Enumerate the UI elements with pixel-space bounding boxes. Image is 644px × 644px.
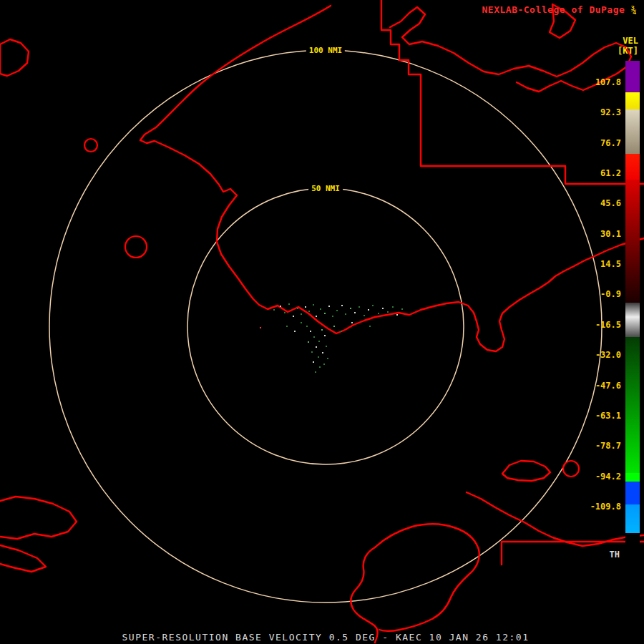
radar-echo [313, 361, 314, 363]
map-outline [502, 461, 550, 481]
radar-echo [345, 313, 346, 315]
radar-echo [319, 366, 321, 368]
radar-echo [318, 356, 319, 358]
map-outline [140, 6, 644, 351]
radar-display: NEXLAB-College of DuPage ¾ VEL [KT] 107.… [0, 0, 644, 644]
radar-echo [332, 316, 333, 317]
radar-echo [358, 306, 360, 308]
radar-echo [315, 371, 316, 373]
range-ring-label: 50 NMI [308, 184, 343, 193]
radar-echo [311, 351, 313, 353]
map-outline [381, 0, 644, 184]
map-outline [502, 542, 644, 565]
radar-echo [321, 329, 323, 331]
radar-echo [284, 312, 286, 313]
radar-echo [401, 308, 403, 310]
radar-echo [392, 306, 394, 308]
radar-echo [310, 331, 311, 332]
colorbar-segment [625, 482, 640, 504]
site-title-text: NEXLAB-College of DuPage [482, 4, 625, 15]
radar-echo [364, 315, 365, 316]
radar-echo [350, 308, 351, 309]
colorbar-segment [625, 180, 640, 303]
radar-echo [316, 316, 317, 317]
radar-echo [316, 346, 317, 348]
radar-echo [327, 358, 328, 359]
map-outline [0, 497, 77, 539]
colorbar-tick: -16.5 [595, 320, 621, 330]
radar-echo [293, 316, 294, 317]
radar-echo [280, 306, 281, 307]
colorbar-tick: 30.1 [600, 229, 621, 239]
radar-echo [378, 313, 379, 314]
colorbar [625, 61, 640, 565]
radar-echo [324, 335, 326, 336]
radar-echo [324, 313, 326, 314]
colorbar-segment [625, 504, 640, 533]
colorbar-segment [625, 533, 640, 565]
product-caption: SUPER-RESOLUTION BASE VELOCITY 0.5 DEG -… [122, 632, 530, 643]
radar-echo [288, 303, 290, 305]
colorbar-segment [625, 317, 640, 337]
colorbar-segment [625, 92, 640, 109]
radar-echo [336, 310, 338, 311]
range-ring-label: 100 NMI [306, 46, 345, 55]
radar-echo [308, 311, 310, 312]
colorbar-segment [625, 154, 640, 180]
colorbar-tick: -94.2 [595, 472, 621, 482]
colorbar-threshold-label: TH [610, 550, 620, 560]
colorbar-tick: 61.2 [600, 168, 621, 178]
radar-echo [318, 341, 320, 342]
map-lake-outline [563, 461, 579, 477]
map-outline [351, 524, 479, 643]
page-title: NEXLAB-College of DuPage ¾ [482, 4, 638, 15]
radar-echo [313, 304, 314, 306]
radar-echo [372, 305, 374, 306]
map-lake-outline [125, 236, 147, 258]
colorbar-tick: -63.1 [595, 411, 621, 421]
radar-echo [328, 306, 330, 307]
radar-echo [396, 314, 398, 316]
radar-echo [322, 352, 323, 353]
radar-echo [333, 326, 335, 327]
colorbar-unit-bracket: [KT] [618, 46, 638, 56]
colorbar-tick: 107.8 [595, 77, 621, 87]
radar-echo [308, 341, 309, 343]
radar-echo [323, 364, 325, 365]
map-outline [467, 492, 644, 546]
colorbar-segment [625, 109, 640, 154]
radar-echo [260, 327, 261, 328]
colorbar-segment [625, 61, 640, 92]
radar-echo [341, 331, 342, 332]
radar-echo [320, 308, 321, 310]
colorbar-tick: -109.8 [590, 502, 621, 512]
map-outline [0, 39, 29, 76]
radar-echo [326, 346, 327, 347]
colorbar-tick: 45.6 [600, 198, 621, 208]
radar-echo [382, 308, 384, 309]
radar-map [0, 0, 644, 644]
radar-echo [286, 326, 288, 327]
colorbar-tick: -32.0 [595, 350, 621, 360]
title-suffix: ¾ [631, 4, 637, 15]
map-lake-outline [84, 139, 97, 152]
radar-echo [354, 312, 356, 313]
radar-echo [368, 309, 369, 311]
colorbar-tick: 76.7 [600, 138, 621, 148]
radar-echo [351, 322, 353, 323]
radar-echo [369, 326, 371, 327]
radar-echo [297, 308, 298, 309]
colorbar-tick: -47.6 [595, 381, 621, 391]
radar-echo [306, 326, 308, 327]
radar-echo [387, 311, 389, 313]
colorbar-tick: 14.5 [600, 259, 621, 269]
radar-echo [305, 306, 306, 308]
map-outline [0, 545, 46, 572]
colorbar-segment [625, 337, 640, 473]
colorbar-tick: -78.7 [595, 441, 621, 451]
radar-echo [341, 305, 343, 306]
radar-echo [301, 313, 302, 315]
colorbar-unit-label: VEL [623, 36, 638, 46]
colorbar-segment [625, 303, 640, 317]
radar-echo [294, 331, 296, 332]
